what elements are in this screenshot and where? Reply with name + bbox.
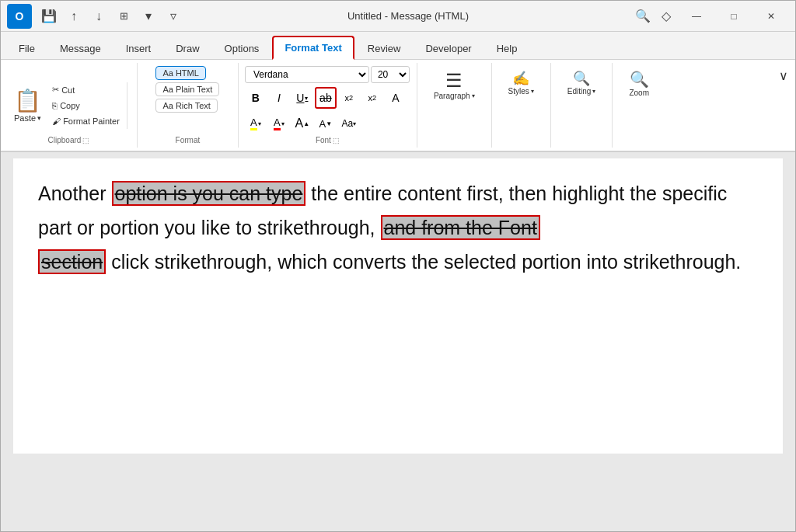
clipboard-expand-icon[interactable]: ⬚ xyxy=(82,137,89,144)
undo-icon[interactable]: ↑ xyxy=(63,5,85,27)
plain-text-format-button[interactable]: Aa Plain Text xyxy=(155,82,219,96)
paragraph-dropdown[interactable]: ▾ xyxy=(472,92,475,99)
font-group-label: Font ⬚ xyxy=(316,136,340,144)
restore-icon[interactable]: ⊞ xyxy=(113,5,134,27)
redo-icon[interactable]: ↓ xyxy=(88,5,110,27)
font-size-select[interactable]: 20 xyxy=(371,66,410,83)
format-group: Aa HTML Aa Plain Text Aa Rich Text Forma… xyxy=(138,63,239,148)
title-bar-left-icons: O 💾 ↑ ↓ ⊞ ▾ ▿ xyxy=(7,4,184,29)
underline-button[interactable]: U ▾ xyxy=(292,87,313,109)
font-group: Verdana 20 B I U ▾ xyxy=(239,63,417,148)
copy-icon: ⎘ xyxy=(52,101,58,110)
document-body[interactable]: Another option is you can type the entir… xyxy=(13,158,783,454)
editing-group: 🔍 Editing ▾ xyxy=(551,63,613,148)
change-case-button[interactable]: Aa▾ xyxy=(338,113,360,134)
format-painter-icon: 🖌 xyxy=(52,116,61,126)
styles-dropdown[interactable]: ▾ xyxy=(531,88,534,95)
grow-font-button[interactable]: A▲ xyxy=(292,113,313,134)
highlight-button[interactable]: A ▾ xyxy=(245,113,267,134)
superscript-button[interactable]: x2 xyxy=(361,87,383,109)
content-area: Another option is you can type the entir… xyxy=(1,152,795,531)
tab-options[interactable]: Options xyxy=(213,37,271,59)
font-name-select[interactable]: Verdana xyxy=(245,66,369,83)
font-format-row: B I U ▾ ab x2 x2 A xyxy=(245,87,410,109)
highlight-dropdown[interactable]: ▾ xyxy=(258,120,261,127)
editing-dropdown[interactable]: ▾ xyxy=(592,88,595,95)
window-title: Untitled - Message (HTML) xyxy=(184,10,632,22)
save-icon[interactable]: 💾 xyxy=(38,5,60,27)
title-bar: O 💾 ↑ ↓ ⊞ ▾ ▿ Untitled - Message (HTML) … xyxy=(1,1,795,32)
paste-button[interactable]: 📋 Paste ▾ xyxy=(7,85,48,125)
ribbon-toolbar: 📋 Paste ▾ ✂ Cut ⎘ Copy 🖌 xyxy=(1,60,795,152)
tab-help[interactable]: Help xyxy=(485,37,529,59)
copy-button[interactable]: ⎘ Copy xyxy=(48,99,124,113)
customize-icon[interactable]: ▿ xyxy=(162,5,184,27)
cut-icon: ✂ xyxy=(52,85,59,95)
tab-review[interactable]: Review xyxy=(356,37,413,59)
font-size-row: A ▾ A ▾ A▲ A▼ Aa▾ xyxy=(245,113,410,134)
font-color-dropdown-button[interactable]: A ▾ xyxy=(268,113,290,134)
font-selector-row: Verdana 20 xyxy=(245,66,410,83)
clipboard-group: 📋 Paste ▾ ✂ Cut ⎘ Copy 🖌 xyxy=(1,63,138,148)
outlook-icon: O xyxy=(7,4,32,29)
paste-dropdown[interactable]: ▾ xyxy=(37,114,41,122)
tab-developer[interactable]: Developer xyxy=(414,37,483,59)
minimize-button[interactable]: — xyxy=(679,4,714,29)
styles-group: ✍ Styles ▾ xyxy=(492,63,551,148)
zoom-button[interactable]: 🔍 Zoom xyxy=(619,66,659,101)
tab-format-text[interactable]: Format Text xyxy=(272,36,354,60)
strikethrough-text-3: section xyxy=(38,249,106,274)
pin-icon[interactable]: ▾ xyxy=(138,5,159,27)
underline-dropdown[interactable]: ▾ xyxy=(305,95,308,102)
tab-draw[interactable]: Draw xyxy=(164,37,211,59)
paste-label: Paste xyxy=(14,113,36,123)
font-color-button[interactable]: A xyxy=(385,87,407,109)
editing-icon: 🔍 xyxy=(573,70,590,87)
paragraph-icon: ☰ xyxy=(445,70,463,92)
cut-button[interactable]: ✂ Cut xyxy=(48,82,124,97)
styles-icon: ✍ xyxy=(512,70,529,87)
ribbon-tabs: File Message Insert Draw Options Format … xyxy=(1,32,795,60)
strikethrough-button[interactable]: ab xyxy=(315,87,337,109)
paragraph-group: ☰ Paragraph ▾ xyxy=(417,63,492,148)
text-another: Another xyxy=(38,183,112,204)
italic-button[interactable]: I xyxy=(268,87,290,109)
maximize-button[interactable]: □ xyxy=(716,4,752,29)
zoom-icon: 🔍 xyxy=(630,70,649,89)
diamond-icon[interactable]: ◇ xyxy=(655,5,677,27)
shrink-font-button[interactable]: A▼ xyxy=(315,113,337,134)
clipboard-label: Clipboard xyxy=(48,136,82,144)
format-group-label: Format xyxy=(176,136,201,144)
paragraph-button[interactable]: ☰ Paragraph ▾ xyxy=(424,66,485,104)
close-button[interactable]: ✕ xyxy=(753,4,789,29)
html-format-button[interactable]: Aa HTML xyxy=(155,66,205,80)
search-title-icon[interactable]: 🔍 xyxy=(632,5,654,27)
font-group-expand[interactable]: ⬚ xyxy=(333,137,340,144)
zoom-group: 🔍 Zoom xyxy=(613,63,665,148)
text-click: click strikethrough, which converts the … xyxy=(106,251,741,273)
format-painter-button[interactable]: 🖌 Format Painter xyxy=(48,114,124,128)
bold-button[interactable]: B xyxy=(245,87,267,109)
title-bar-controls: 🔍 ◇ — □ ✕ xyxy=(632,4,789,29)
strikethrough-text-1: option is you can type xyxy=(112,181,306,206)
tab-message[interactable]: Message xyxy=(48,37,113,59)
editing-button[interactable]: 🔍 Editing ▾ xyxy=(557,66,606,99)
paste-icon: 📋 xyxy=(14,88,41,113)
tab-file[interactable]: File xyxy=(7,37,47,59)
subscript-button[interactable]: x2 xyxy=(338,87,360,109)
rich-text-format-button[interactable]: Aa Rich Text xyxy=(155,99,218,113)
strikethrough-text-2: and from the Font xyxy=(381,215,540,240)
tab-insert[interactable]: Insert xyxy=(114,37,163,59)
clipboard-right: ✂ Cut ⎘ Copy 🖌 Format Painter xyxy=(48,82,124,128)
font-color-dropdown[interactable]: ▾ xyxy=(281,120,285,127)
ribbon-collapse-button[interactable]: ∨ xyxy=(775,66,792,85)
styles-button[interactable]: ✍ Styles ▾ xyxy=(498,66,544,99)
